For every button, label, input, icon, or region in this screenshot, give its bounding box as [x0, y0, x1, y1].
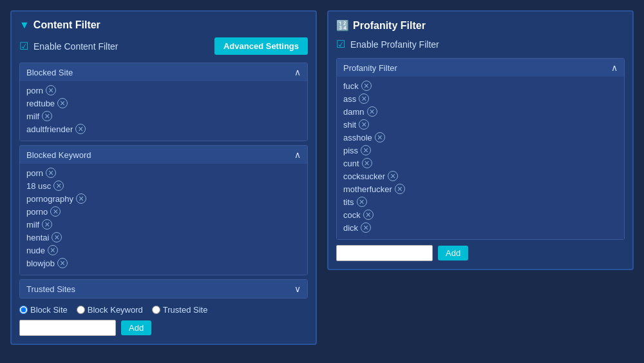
content-filter-add-button[interactable]: Add [121, 320, 151, 335]
remove-blocked-keyword-button[interactable]: × [53, 181, 64, 191]
blocked-site-content: porn×redtube×milf×adultfriender× [20, 81, 307, 141]
radio-option-2[interactable]: Trusted Site [152, 305, 208, 315]
profanity-add-button[interactable]: Add [438, 246, 468, 260]
content-filter-add-row: Add [19, 320, 308, 336]
blocked-site-item: adultfriender× [26, 123, 301, 135]
blocked-keyword-item: blowjob× [26, 257, 301, 270]
remove-profanity-button[interactable]: × [361, 222, 371, 233]
remove-blocked-site-button[interactable]: × [75, 124, 86, 134]
trusted-sites-chevron: ∨ [294, 284, 301, 294]
radio-option-0[interactable]: Block Site [19, 305, 68, 315]
profanity-item: tits× [343, 195, 618, 208]
blocked-keyword-item: milf× [26, 218, 301, 231]
blocked-site-section: Blocked Site ∧ porn×redtube×milf×adultfr… [19, 63, 308, 141]
radio-option-1[interactable]: Block Keyword [77, 305, 143, 315]
filter-icon: ▼ [19, 19, 30, 31]
checkmark-icon: ☑ [19, 40, 28, 52]
blocked-keyword-item: nude× [26, 244, 301, 257]
remove-profanity-button[interactable]: × [362, 158, 372, 168]
remove-profanity-button[interactable]: × [395, 184, 405, 194]
remove-profanity-button[interactable]: × [361, 81, 372, 91]
remove-blocked-site-button[interactable]: × [42, 111, 52, 121]
profanity-section: Profanity Filter ∧ fuck×ass×damn×shit×as… [336, 58, 625, 240]
blocked-site-item: redtube× [26, 97, 301, 110]
content-filter-header: ▼ Content Filter [19, 19, 308, 31]
blocked-keyword-item: pornography× [26, 192, 301, 205]
profanity-filter-enable-row: ☑ Enable Profanity Filter [336, 38, 625, 50]
blocked-site-item: porn× [26, 84, 301, 97]
remove-blocked-keyword-button[interactable]: × [42, 219, 52, 230]
blocked-site-header[interactable]: Blocked Site ∧ [20, 63, 307, 81]
blocked-keyword-header[interactable]: Blocked Keyword ∧ [20, 146, 307, 164]
blocked-keyword-section: Blocked Keyword ∧ porn×18 usc×pornograph… [19, 145, 308, 275]
profanity-item: dick× [343, 221, 618, 234]
profanity-item: ass× [343, 92, 618, 105]
blocked-keyword-chevron: ∧ [294, 150, 301, 160]
remove-profanity-button[interactable]: × [357, 197, 367, 207]
remove-profanity-button[interactable]: × [388, 171, 398, 181]
remove-profanity-button[interactable]: × [359, 93, 369, 104]
profanity-filter-header: 🔢 Profanity Filter [336, 19, 625, 32]
trusted-sites-header[interactable]: Trusted Sites ∨ [20, 280, 307, 298]
remove-profanity-button[interactable]: × [367, 106, 377, 117]
profanity-filter-enable-label: ☑ Enable Profanity Filter [336, 38, 439, 50]
profanity-item: cunt× [343, 157, 618, 170]
profanity-item: damn× [343, 105, 618, 118]
remove-blocked-site-button[interactable]: × [57, 98, 68, 108]
blocked-keyword-item: hentai× [26, 231, 301, 244]
remove-blocked-keyword-button[interactable]: × [46, 168, 56, 178]
remove-profanity-button[interactable]: × [363, 210, 374, 220]
blocked-site-item: milf× [26, 110, 301, 123]
profanity-add-row: Add [336, 245, 625, 261]
remove-profanity-button[interactable]: × [375, 132, 385, 142]
content-filter-panel: ▼ Content Filter ☑ Enable Content Filter… [10, 10, 317, 345]
profanity-item: fuck× [343, 79, 618, 92]
profanity-add-input[interactable] [336, 245, 433, 261]
blocked-keyword-item: porn× [26, 166, 301, 179]
profanity-filter-panel: 🔢 Profanity Filter ☑ Enable Profanity Fi… [327, 10, 634, 270]
profanity-section-content: fuck×ass×damn×shit×asshole×piss×cunt×coc… [337, 77, 624, 239]
content-filter-title: ▼ Content Filter [19, 19, 100, 31]
blocked-keyword-item: porno× [26, 205, 301, 218]
remove-blocked-keyword-button[interactable]: × [48, 245, 58, 255]
profanity-item: piss× [343, 144, 618, 157]
remove-blocked-keyword-button[interactable]: × [57, 258, 68, 268]
profanity-icon: 🔢 [336, 19, 349, 32]
profanity-item: cocksucker× [343, 170, 618, 182]
profanity-section-chevron: ∧ [611, 63, 618, 73]
profanity-item: asshole× [343, 131, 618, 144]
content-filter-add-input[interactable] [19, 320, 116, 336]
blocked-keyword-item: 18 usc× [26, 179, 301, 192]
profanity-item: cock× [343, 208, 618, 221]
profanity-item: motherfucker× [343, 182, 618, 195]
radio-row: Block SiteBlock KeywordTrusted Site [19, 305, 308, 315]
content-filter-enable-label: ☑ Enable Content Filter [19, 40, 118, 52]
profanity-checkmark-icon: ☑ [336, 38, 345, 50]
remove-blocked-keyword-button[interactable]: × [76, 193, 86, 204]
profanity-item: shit× [343, 118, 618, 131]
profanity-section-header[interactable]: Profanity Filter ∧ [337, 59, 624, 77]
blocked-keyword-content: porn×18 usc×pornography×porno×milf×henta… [20, 164, 307, 275]
advanced-settings-button[interactable]: Advanced Settings [214, 37, 308, 55]
content-filter-enable-row: ☑ Enable Content Filter Advanced Setting… [19, 37, 308, 55]
profanity-filter-title: 🔢 Profanity Filter [336, 19, 426, 32]
blocked-site-chevron: ∧ [294, 67, 301, 77]
remove-blocked-site-button[interactable]: × [46, 85, 56, 95]
trusted-sites-section: Trusted Sites ∨ [19, 279, 308, 299]
remove-blocked-keyword-button[interactable]: × [50, 206, 61, 217]
remove-profanity-button[interactable]: × [361, 145, 371, 155]
remove-blocked-keyword-button[interactable]: × [52, 232, 62, 242]
remove-profanity-button[interactable]: × [359, 119, 369, 130]
